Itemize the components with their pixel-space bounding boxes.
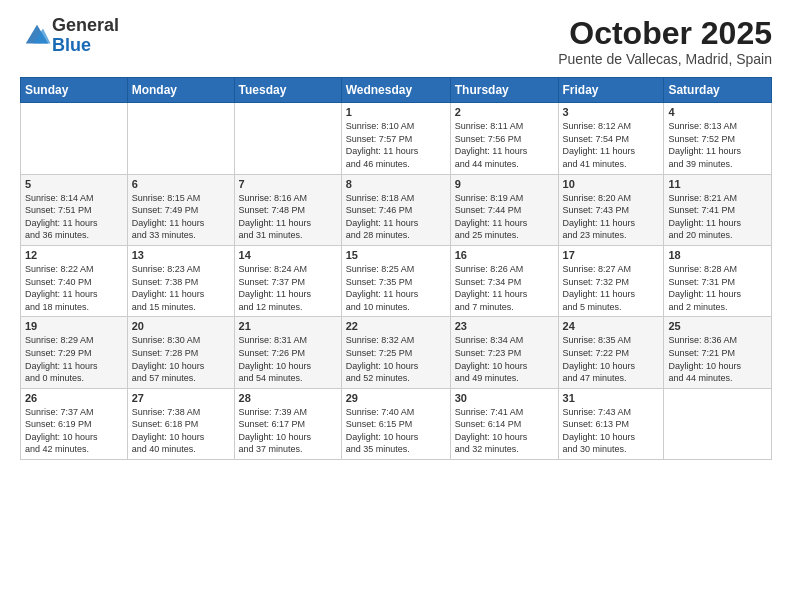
day-number: 19 — [25, 320, 123, 332]
calendar-cell: 12Sunrise: 8:22 AM Sunset: 7:40 PM Dayli… — [21, 245, 128, 316]
calendar-cell: 29Sunrise: 7:40 AM Sunset: 6:15 PM Dayli… — [341, 388, 450, 459]
day-number: 10 — [563, 178, 660, 190]
day-info: Sunrise: 8:24 AM Sunset: 7:37 PM Dayligh… — [239, 263, 337, 313]
day-number: 9 — [455, 178, 554, 190]
logo-icon — [22, 19, 52, 49]
day-info: Sunrise: 7:40 AM Sunset: 6:15 PM Dayligh… — [346, 406, 446, 456]
day-info: Sunrise: 8:26 AM Sunset: 7:34 PM Dayligh… — [455, 263, 554, 313]
day-number: 20 — [132, 320, 230, 332]
weekday-header-sunday: Sunday — [21, 78, 128, 103]
day-info: Sunrise: 8:36 AM Sunset: 7:21 PM Dayligh… — [668, 334, 767, 384]
calendar-cell: 16Sunrise: 8:26 AM Sunset: 7:34 PM Dayli… — [450, 245, 558, 316]
calendar-cell: 23Sunrise: 8:34 AM Sunset: 7:23 PM Dayli… — [450, 317, 558, 388]
day-number: 30 — [455, 392, 554, 404]
weekday-header-saturday: Saturday — [664, 78, 772, 103]
day-info: Sunrise: 8:29 AM Sunset: 7:29 PM Dayligh… — [25, 334, 123, 384]
logo-text: General Blue — [52, 16, 119, 56]
day-number: 18 — [668, 249, 767, 261]
calendar-cell: 25Sunrise: 8:36 AM Sunset: 7:21 PM Dayli… — [664, 317, 772, 388]
day-info: Sunrise: 8:13 AM Sunset: 7:52 PM Dayligh… — [668, 120, 767, 170]
day-info: Sunrise: 8:34 AM Sunset: 7:23 PM Dayligh… — [455, 334, 554, 384]
day-number: 1 — [346, 106, 446, 118]
day-info: Sunrise: 7:38 AM Sunset: 6:18 PM Dayligh… — [132, 406, 230, 456]
day-info: Sunrise: 8:28 AM Sunset: 7:31 PM Dayligh… — [668, 263, 767, 313]
calendar-cell: 26Sunrise: 7:37 AM Sunset: 6:19 PM Dayli… — [21, 388, 128, 459]
calendar-cell: 28Sunrise: 7:39 AM Sunset: 6:17 PM Dayli… — [234, 388, 341, 459]
calendar-cell: 9Sunrise: 8:19 AM Sunset: 7:44 PM Daylig… — [450, 174, 558, 245]
day-info: Sunrise: 8:10 AM Sunset: 7:57 PM Dayligh… — [346, 120, 446, 170]
day-info: Sunrise: 8:32 AM Sunset: 7:25 PM Dayligh… — [346, 334, 446, 384]
weekday-header-tuesday: Tuesday — [234, 78, 341, 103]
calendar-cell: 11Sunrise: 8:21 AM Sunset: 7:41 PM Dayli… — [664, 174, 772, 245]
day-info: Sunrise: 8:11 AM Sunset: 7:56 PM Dayligh… — [455, 120, 554, 170]
day-number: 14 — [239, 249, 337, 261]
logo-blue-text: Blue — [52, 36, 119, 56]
day-number: 4 — [668, 106, 767, 118]
day-number: 15 — [346, 249, 446, 261]
calendar-cell: 21Sunrise: 8:31 AM Sunset: 7:26 PM Dayli… — [234, 317, 341, 388]
day-number: 2 — [455, 106, 554, 118]
location-subtitle: Puente de Vallecas, Madrid, Spain — [558, 51, 772, 67]
day-info: Sunrise: 7:37 AM Sunset: 6:19 PM Dayligh… — [25, 406, 123, 456]
calendar-cell: 2Sunrise: 8:11 AM Sunset: 7:56 PM Daylig… — [450, 103, 558, 174]
day-number: 25 — [668, 320, 767, 332]
title-area: October 2025 Puente de Vallecas, Madrid,… — [558, 16, 772, 67]
calendar-cell: 1Sunrise: 8:10 AM Sunset: 7:57 PM Daylig… — [341, 103, 450, 174]
calendar-cell: 3Sunrise: 8:12 AM Sunset: 7:54 PM Daylig… — [558, 103, 664, 174]
day-info: Sunrise: 8:35 AM Sunset: 7:22 PM Dayligh… — [563, 334, 660, 384]
day-info: Sunrise: 8:23 AM Sunset: 7:38 PM Dayligh… — [132, 263, 230, 313]
calendar-cell: 22Sunrise: 8:32 AM Sunset: 7:25 PM Dayli… — [341, 317, 450, 388]
calendar-cell: 4Sunrise: 8:13 AM Sunset: 7:52 PM Daylig… — [664, 103, 772, 174]
day-number: 12 — [25, 249, 123, 261]
month-title: October 2025 — [558, 16, 772, 51]
day-info: Sunrise: 8:12 AM Sunset: 7:54 PM Dayligh… — [563, 120, 660, 170]
day-info: Sunrise: 8:16 AM Sunset: 7:48 PM Dayligh… — [239, 192, 337, 242]
calendar-cell: 30Sunrise: 7:41 AM Sunset: 6:14 PM Dayli… — [450, 388, 558, 459]
day-info: Sunrise: 7:39 AM Sunset: 6:17 PM Dayligh… — [239, 406, 337, 456]
calendar-cell: 6Sunrise: 8:15 AM Sunset: 7:49 PM Daylig… — [127, 174, 234, 245]
day-info: Sunrise: 8:31 AM Sunset: 7:26 PM Dayligh… — [239, 334, 337, 384]
calendar-cell — [234, 103, 341, 174]
calendar-table: SundayMondayTuesdayWednesdayThursdayFrid… — [20, 77, 772, 460]
calendar-cell: 20Sunrise: 8:30 AM Sunset: 7:28 PM Dayli… — [127, 317, 234, 388]
day-info: Sunrise: 8:25 AM Sunset: 7:35 PM Dayligh… — [346, 263, 446, 313]
weekday-header-friday: Friday — [558, 78, 664, 103]
calendar-cell: 31Sunrise: 7:43 AM Sunset: 6:13 PM Dayli… — [558, 388, 664, 459]
day-number: 21 — [239, 320, 337, 332]
calendar-cell: 19Sunrise: 8:29 AM Sunset: 7:29 PM Dayli… — [21, 317, 128, 388]
calendar-cell: 10Sunrise: 8:20 AM Sunset: 7:43 PM Dayli… — [558, 174, 664, 245]
calendar-cell: 27Sunrise: 7:38 AM Sunset: 6:18 PM Dayli… — [127, 388, 234, 459]
day-number: 26 — [25, 392, 123, 404]
day-number: 11 — [668, 178, 767, 190]
day-info: Sunrise: 8:21 AM Sunset: 7:41 PM Dayligh… — [668, 192, 767, 242]
calendar-cell: 15Sunrise: 8:25 AM Sunset: 7:35 PM Dayli… — [341, 245, 450, 316]
day-number: 27 — [132, 392, 230, 404]
day-info: Sunrise: 8:30 AM Sunset: 7:28 PM Dayligh… — [132, 334, 230, 384]
calendar-week-row: 26Sunrise: 7:37 AM Sunset: 6:19 PM Dayli… — [21, 388, 772, 459]
day-info: Sunrise: 7:41 AM Sunset: 6:14 PM Dayligh… — [455, 406, 554, 456]
day-info: Sunrise: 7:43 AM Sunset: 6:13 PM Dayligh… — [563, 406, 660, 456]
day-info: Sunrise: 8:19 AM Sunset: 7:44 PM Dayligh… — [455, 192, 554, 242]
day-number: 23 — [455, 320, 554, 332]
day-number: 5 — [25, 178, 123, 190]
day-number: 3 — [563, 106, 660, 118]
day-number: 24 — [563, 320, 660, 332]
calendar-cell — [21, 103, 128, 174]
day-info: Sunrise: 8:20 AM Sunset: 7:43 PM Dayligh… — [563, 192, 660, 242]
calendar-week-row: 12Sunrise: 8:22 AM Sunset: 7:40 PM Dayli… — [21, 245, 772, 316]
calendar-cell: 5Sunrise: 8:14 AM Sunset: 7:51 PM Daylig… — [21, 174, 128, 245]
day-info: Sunrise: 8:15 AM Sunset: 7:49 PM Dayligh… — [132, 192, 230, 242]
calendar-cell: 7Sunrise: 8:16 AM Sunset: 7:48 PM Daylig… — [234, 174, 341, 245]
calendar-week-row: 19Sunrise: 8:29 AM Sunset: 7:29 PM Dayli… — [21, 317, 772, 388]
calendar-cell: 8Sunrise: 8:18 AM Sunset: 7:46 PM Daylig… — [341, 174, 450, 245]
day-number: 13 — [132, 249, 230, 261]
day-info: Sunrise: 8:18 AM Sunset: 7:46 PM Dayligh… — [346, 192, 446, 242]
logo: General Blue — [20, 16, 119, 56]
day-number: 28 — [239, 392, 337, 404]
day-number: 6 — [132, 178, 230, 190]
weekday-header-wednesday: Wednesday — [341, 78, 450, 103]
calendar-cell: 24Sunrise: 8:35 AM Sunset: 7:22 PM Dayli… — [558, 317, 664, 388]
header: General Blue October 2025 Puente de Vall… — [20, 16, 772, 67]
day-number: 29 — [346, 392, 446, 404]
calendar-week-row: 5Sunrise: 8:14 AM Sunset: 7:51 PM Daylig… — [21, 174, 772, 245]
